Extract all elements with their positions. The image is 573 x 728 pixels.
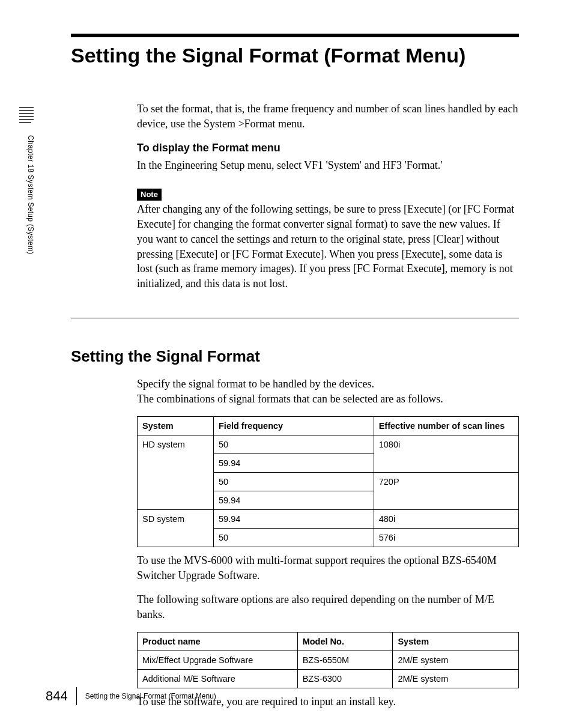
cell-freq: 50 xyxy=(214,528,374,547)
th-model: Model No. xyxy=(297,632,393,651)
title-rule xyxy=(71,34,519,37)
th-system: System xyxy=(138,416,214,435)
section-heading: Setting the Signal Format xyxy=(71,347,519,366)
table-row: HD system 50 1080i xyxy=(138,435,519,453)
intro-text: To set the format, that is, the frame fr… xyxy=(137,102,519,132)
table-row: Product name Model No. System xyxy=(138,632,519,651)
display-format-heading: To display the Format menu xyxy=(137,141,519,156)
cell-system: SD system xyxy=(138,509,214,547)
cell-product: Mix/Effect Upgrade Software xyxy=(138,651,298,669)
cell-freq: 59.94 xyxy=(214,453,374,472)
cell-system2: 2M/E system xyxy=(393,669,519,688)
cell-freq: 59.94 xyxy=(214,509,374,528)
th-system2: System xyxy=(393,632,519,651)
cell-system: HD system xyxy=(138,435,214,509)
signal-format-table: System Field frequency Effective number … xyxy=(137,416,519,547)
cell-freq: 50 xyxy=(214,435,374,453)
th-scan-lines: Effective number of scan lines xyxy=(374,416,518,435)
table-row: Additional M/E Software BZS-6300 2M/E sy… xyxy=(138,669,519,688)
th-product: Product name xyxy=(138,632,298,651)
display-format-body: In the Engineering Setup menu, select VF… xyxy=(137,158,519,173)
cell-product: Additional M/E Software xyxy=(138,669,298,688)
cell-lines: 1080i xyxy=(374,435,518,472)
th-field-freq: Field frequency xyxy=(214,416,374,435)
cell-lines: 720P xyxy=(374,472,518,509)
cell-freq: 50 xyxy=(214,472,374,491)
software-options-table: Product name Model No. System Mix/Effect… xyxy=(137,632,519,688)
after-table1-text: To use the MVS-6000 with multi-format su… xyxy=(137,553,519,583)
note-body: After changing any of the following sett… xyxy=(137,202,519,291)
cell-system2: 2M/E system xyxy=(393,651,519,669)
section-rule xyxy=(71,318,519,318)
table-row: System Field frequency Effective number … xyxy=(138,416,519,435)
note-badge: Note xyxy=(137,189,162,201)
cell-freq: 59.94 xyxy=(214,491,374,509)
cell-model: BZS-6550M xyxy=(297,651,393,669)
section-intro-1: Specify the signal format to be handled … xyxy=(137,377,519,392)
page-title: Setting the Signal Format (Format Menu) xyxy=(71,43,519,68)
footer-divider xyxy=(76,687,77,705)
section-intro-2: The combinations of signal formats that … xyxy=(137,392,519,407)
table-row: SD system 59.94 480i xyxy=(138,509,519,528)
footer-text: Setting the Signal Format (Format Menu) xyxy=(85,692,216,700)
cell-model: BZS-6300 xyxy=(297,669,393,688)
before-table2-text: The following software options are also … xyxy=(137,592,519,622)
cell-lines: 480i xyxy=(374,509,518,528)
cell-lines: 576i xyxy=(374,528,518,547)
table-row: Mix/Effect Upgrade Software BZS-6550M 2M… xyxy=(138,651,519,669)
page-number: 844 xyxy=(46,688,68,704)
page-footer: 844 Setting the Signal Format (Format Me… xyxy=(46,687,216,705)
